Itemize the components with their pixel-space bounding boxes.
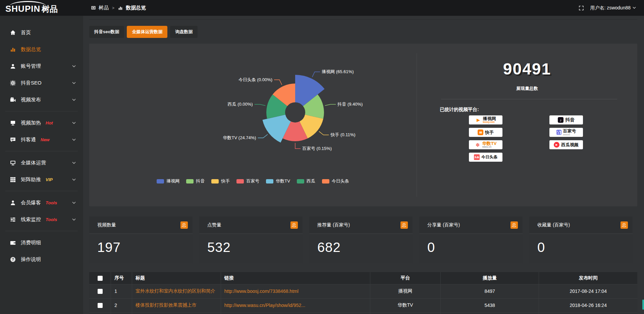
legend-swatch xyxy=(266,179,273,184)
sidebar-item-label: 矩阵助推 xyxy=(21,176,41,183)
sidebar: 首页数据总览账号管理抖音SEO视频发布视频加热Hot抖客通New全媒体运营矩阵助… xyxy=(0,16,83,314)
stat-card-header: 分享量 (百家号)总 xyxy=(419,216,523,234)
legend-swatch xyxy=(297,179,304,184)
chat-icon xyxy=(10,137,16,143)
legend-label: 百家号 xyxy=(246,178,259,184)
chevron-down-icon xyxy=(72,162,76,164)
select-all-checkbox[interactable] xyxy=(98,276,103,281)
legend-item-今日头条[interactable]: 今日头条 xyxy=(322,178,349,184)
table-header-序号: 序号 xyxy=(111,272,132,284)
row-checkbox[interactable] xyxy=(98,289,103,294)
total-badge: 总 xyxy=(400,221,408,229)
sidebar-item-矩阵助推[interactable]: 矩阵助推VIP xyxy=(0,171,83,188)
sidebar-item-badge: Tools xyxy=(46,200,57,205)
user-menu[interactable]: 用户名: zswodun88 xyxy=(590,5,636,11)
legend-item-抖音[interactable]: 抖音 xyxy=(186,178,205,184)
total-badge: 总 xyxy=(511,221,518,229)
sidebar-item-抖音SEO[interactable]: 抖音SEO xyxy=(0,74,83,91)
impressions-total-label: 展现量总数 xyxy=(417,86,637,92)
sidebar-menu: 首页数据总览账号管理抖音SEO视频发布视频加热Hot抖客通New全媒体运营矩阵助… xyxy=(0,24,83,268)
sidebar-item-消费明细[interactable]: 消费明细 xyxy=(0,234,83,251)
total-badge: 总 xyxy=(290,221,298,229)
sidebar-item-label: 抖客通 xyxy=(21,137,36,143)
platform-column-2: ♪抖音百百家号▬▬▬▶西瓜视频 xyxy=(549,115,583,162)
sidebar-item-视频发布[interactable]: 视频发布 xyxy=(0,91,83,108)
top-bar: SHUPIN 树品 树品 > 数据总览 用户名: zswodun88 xyxy=(0,0,644,16)
stat-cards-row: 视频数量总197点赞量总532推荐量 (百家号)总682分享量 (百家号)总0收… xyxy=(89,216,637,263)
stat-card-title: 分享量 (百家号) xyxy=(427,222,460,228)
legend-item-播视网[interactable]: 播视网 xyxy=(157,178,179,184)
stat-card-title: 收藏量 (百家号) xyxy=(537,222,570,228)
fullscreen-icon[interactable] xyxy=(579,5,584,11)
wasu-logo-icon: ❇ xyxy=(475,142,481,148)
sidebar-item-账号管理[interactable]: 账号管理 xyxy=(0,58,83,74)
bar-chart-icon xyxy=(118,5,123,11)
cell-plays: 8497 xyxy=(441,284,539,298)
legend-label: 西瓜 xyxy=(307,178,315,184)
sidebar-divider xyxy=(5,231,78,231)
question-icon: ? xyxy=(10,257,16,262)
stat-card-title: 视频数量 xyxy=(97,222,116,228)
chevron-down-icon xyxy=(72,218,76,221)
stat-card-header: 视频数量总 xyxy=(89,216,193,234)
video-title-link[interactable]: 楼体投影灯投影效果震撼上市 xyxy=(136,302,197,308)
row-checkbox[interactable] xyxy=(98,303,103,308)
legend-item-西瓜[interactable]: 西瓜 xyxy=(297,178,315,184)
chevron-down-icon xyxy=(72,99,76,101)
stat-card-header: 收藏量 (百家号)总 xyxy=(529,216,633,234)
video-icon xyxy=(10,97,16,103)
sidebar-item-操作说明[interactable]: ?操作说明 xyxy=(0,251,83,268)
legend-label: 快手 xyxy=(221,178,230,184)
sidebar-item-视频加热[interactable]: 视频加热Hot xyxy=(0,114,83,131)
platform-badge-快手: 88快手 xyxy=(469,128,502,137)
legend-item-百家号[interactable]: 百家号 xyxy=(236,178,259,184)
video-url-link[interactable]: http://www.wasu.cn/Play/show/id/952... xyxy=(224,303,305,308)
video-title-link[interactable]: 室外水纹灯和室内水纹灯的区别和简介 xyxy=(136,288,215,294)
sidebar-item-label: 首页 xyxy=(21,30,31,36)
table-header-标题: 标题 xyxy=(132,272,221,284)
pie-label: 华数TV (24.74%) xyxy=(223,135,256,140)
sidebar-item-线索监控[interactable]: 线索监控Tools xyxy=(0,211,83,228)
tab-全媒体运营数据[interactable]: 全媒体运营数据 xyxy=(127,26,167,38)
username-label: 用户名: zswodun88 xyxy=(590,5,631,11)
chevron-down-icon xyxy=(72,65,76,67)
legend-label: 抖音 xyxy=(196,178,205,184)
sidebar-item-首页[interactable]: 首页 xyxy=(0,24,83,41)
table-header-平台: 平台 xyxy=(370,272,440,284)
stat-card-value: 532 xyxy=(199,234,303,255)
stat-card-value: 197 xyxy=(89,234,193,255)
pie-label: 抖音 (9.40%) xyxy=(337,102,363,107)
sidebar-item-全媒体运营[interactable]: 全媒体运营 xyxy=(0,154,83,171)
sidebar-divider xyxy=(5,111,78,111)
header-divider xyxy=(89,19,637,20)
chevron-down-icon xyxy=(72,178,76,181)
total-badge: 总 xyxy=(621,221,628,229)
stat-card-value: 682 xyxy=(309,234,413,255)
video-url-link[interactable]: http://www.boosj.com/7338468.html xyxy=(224,289,299,294)
legend-item-快手[interactable]: 快手 xyxy=(211,178,230,184)
scrollbar-thumb[interactable] xyxy=(642,300,644,310)
person-icon xyxy=(10,200,16,206)
sidebar-item-数据总览[interactable]: 数据总览 xyxy=(0,41,83,58)
sidebar-item-抖客通[interactable]: 抖客通New xyxy=(0,131,83,148)
sidebar-divider xyxy=(5,191,78,191)
pie-label: 快手 (0.11%) xyxy=(330,132,355,137)
sidebar-item-会员爆客[interactable]: 会员爆客Tools xyxy=(0,194,83,211)
app-grid-icon xyxy=(91,5,96,11)
tab-抖音seo数据[interactable]: 抖音seo数据 xyxy=(89,26,124,38)
sidebar-item-label: 抖音SEO xyxy=(21,80,42,86)
legend-item-华数TV[interactable]: 华数TV xyxy=(266,178,290,184)
legend-swatch xyxy=(211,179,219,184)
platform-badge-百家号: 百百家号▬▬▬ xyxy=(549,128,583,137)
logo-arc xyxy=(9,1,46,6)
cell-platform: 播视网 xyxy=(370,284,440,298)
platforms-title: 已统计的视频平台: xyxy=(440,107,637,113)
breadcrumb-current[interactable]: 数据总览 xyxy=(126,5,146,11)
breadcrumb-root[interactable]: 树品 xyxy=(99,5,109,11)
table-row: 2楼体投影灯投影效果震撼上市http://www.wasu.cn/Play/sh… xyxy=(89,298,637,312)
app-logo: SHUPIN 树品 xyxy=(0,0,83,16)
legend-swatch xyxy=(157,179,164,184)
sidebar-item-label: 会员爆客 xyxy=(21,200,41,206)
tab-询盘数据[interactable]: 询盘数据 xyxy=(170,26,198,38)
pie-label-line xyxy=(312,72,320,77)
